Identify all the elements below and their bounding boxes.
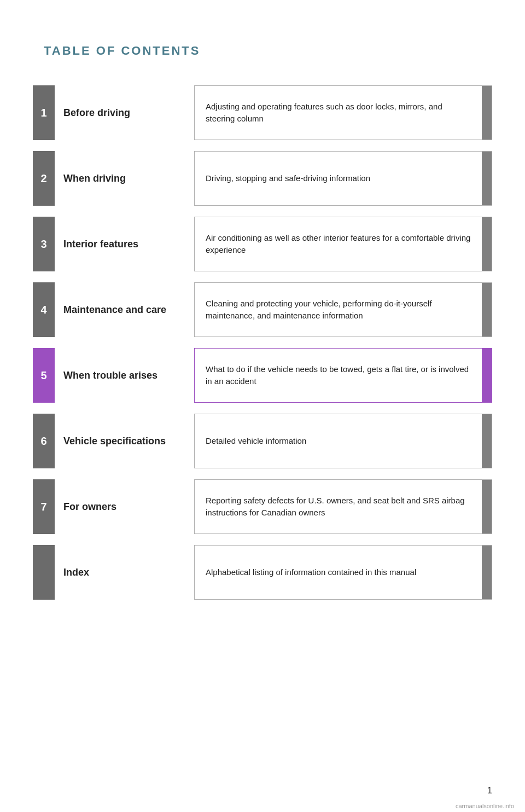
chapter-title: When trouble arises: [55, 363, 166, 387]
toc-rows: 1 Before driving Adjusting and operating…: [33, 85, 492, 600]
watermark: carmanualsonline.info: [456, 803, 514, 809]
chapter-title: For owners: [55, 495, 125, 519]
chapter-description: Adjusting and operating features such as…: [195, 86, 482, 140]
chapter-description: Reporting safety defects for U.S. owners…: [195, 480, 482, 533]
accent-bar: [482, 152, 492, 205]
left-block: 6 Vehicle specifications: [33, 414, 194, 468]
chapter-title: Vehicle specifications: [55, 429, 174, 453]
chapter-description: Detailed vehicle information: [195, 414, 482, 468]
chapter-description-box: Air conditioning as well as other interi…: [194, 217, 492, 271]
chapter-description-box: Driving, stopping and safe-driving infor…: [194, 151, 492, 206]
toc-row-row-4[interactable]: 4 Maintenance and care Cleaning and prot…: [33, 282, 492, 337]
toc-row-row-2[interactable]: 2 When driving Driving, stopping and saf…: [33, 151, 492, 206]
accent-bar: [482, 480, 492, 533]
page-number: 1: [487, 786, 492, 796]
chapter-number: 7: [33, 479, 55, 534]
chapter-description: What to do if the vehicle needs to be to…: [195, 349, 482, 402]
accent-bar: [482, 349, 492, 402]
chapter-title: When driving: [55, 166, 135, 190]
chapter-number: [33, 545, 55, 600]
toc-row-row-7[interactable]: 7 For owners Reporting safety defects fo…: [33, 479, 492, 534]
accent-bar: [482, 217, 492, 271]
accent-bar: [482, 283, 492, 337]
toc-row-row-1[interactable]: 1 Before driving Adjusting and operating…: [33, 85, 492, 140]
toc-row-row-6[interactable]: 6 Vehicle specifications Detailed vehicl…: [33, 414, 492, 468]
page-title: TABLE OF CONTENTS: [44, 44, 492, 58]
chapter-description-box: Detailed vehicle information: [194, 414, 492, 468]
chapter-description-box: Alphabetical listing of information cont…: [194, 545, 492, 600]
chapter-description: Cleaning and protecting your vehicle, pe…: [195, 283, 482, 337]
chapter-number: 6: [33, 414, 55, 468]
chapter-title: Interior features: [55, 232, 147, 256]
left-block: 5 When trouble arises: [33, 348, 194, 403]
left-block: 4 Maintenance and care: [33, 282, 194, 337]
chapter-number: 2: [33, 151, 55, 206]
left-block: 2 When driving: [33, 151, 194, 206]
left-block: Index: [33, 545, 194, 600]
accent-bar: [482, 414, 492, 468]
chapter-title: Index: [55, 560, 98, 584]
chapter-description-box: Reporting safety defects for U.S. owners…: [194, 479, 492, 534]
page-container: TABLE OF CONTENTS 1 Before driving Adjus…: [0, 0, 525, 633]
chapter-number: 4: [33, 282, 55, 337]
chapter-number: 3: [33, 217, 55, 271]
chapter-description: Alphabetical listing of information cont…: [195, 546, 482, 599]
chapter-number: 5: [33, 348, 55, 403]
chapter-number: 1: [33, 85, 55, 140]
toc-row-row-index[interactable]: Index Alphabetical listing of informatio…: [33, 545, 492, 600]
chapter-description: Air conditioning as well as other interi…: [195, 217, 482, 271]
accent-bar: [482, 546, 492, 599]
left-block: 7 For owners: [33, 479, 194, 534]
toc-row-row-3[interactable]: 3 Interior features Air conditioning as …: [33, 217, 492, 271]
left-block: 1 Before driving: [33, 85, 194, 140]
chapter-title: Before driving: [55, 101, 139, 125]
chapter-description: Driving, stopping and safe-driving infor…: [195, 152, 482, 205]
chapter-title: Maintenance and care: [55, 298, 175, 322]
toc-row-row-5[interactable]: 5 When trouble arises What to do if the …: [33, 348, 492, 403]
left-block: 3 Interior features: [33, 217, 194, 271]
accent-bar: [482, 86, 492, 140]
chapter-description-box: What to do if the vehicle needs to be to…: [194, 348, 492, 403]
chapter-description-box: Cleaning and protecting your vehicle, pe…: [194, 282, 492, 337]
chapter-description-box: Adjusting and operating features such as…: [194, 85, 492, 140]
